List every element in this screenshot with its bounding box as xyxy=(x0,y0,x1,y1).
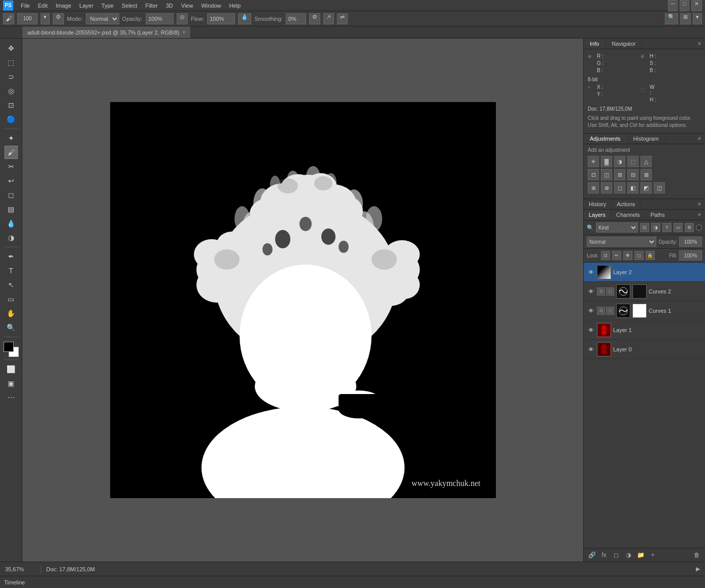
fill-input[interactable] xyxy=(679,250,702,260)
layer-item[interactable]: 👁 ⊡ ◻ Curves 2 xyxy=(584,282,705,301)
tab-histogram[interactable]: Histogram xyxy=(627,134,665,144)
tab-close-button[interactable]: × xyxy=(183,29,186,35)
clone-stamp-tool[interactable]: ✂ xyxy=(5,160,18,173)
opacity-input[interactable] xyxy=(679,237,702,247)
tab-layers[interactable]: Layers xyxy=(584,210,611,220)
flow-input[interactable] xyxy=(207,13,235,24)
angle-btn[interactable]: ↗ xyxy=(323,13,334,24)
gradient-map-btn[interactable]: ◩ xyxy=(641,182,652,193)
photo-filter-btn[interactable]: ⊟ xyxy=(627,169,639,180)
layer-new-btn[interactable]: + xyxy=(648,550,658,560)
type-tool[interactable]: T xyxy=(5,264,18,277)
status-arrow[interactable]: ▶ xyxy=(696,566,700,572)
tab-info[interactable]: Info xyxy=(584,39,606,49)
pen-tool[interactable]: ✒ xyxy=(5,250,18,263)
layer-visibility-eye[interactable]: 👁 xyxy=(587,345,595,353)
layers-panel-menu[interactable]: ≡ xyxy=(694,210,705,220)
move-tool[interactable]: ✥ xyxy=(5,42,18,55)
crop-tool[interactable]: ⊡ xyxy=(5,99,18,112)
extras-tool-btn[interactable]: ⋯ xyxy=(5,391,18,404)
history-brush-tool[interactable]: ↩ xyxy=(5,174,18,187)
layer-visibility-eye[interactable]: 👁 xyxy=(587,287,595,296)
menu-window[interactable]: Window xyxy=(197,2,224,10)
threshold-btn[interactable]: ◧ xyxy=(627,182,639,193)
spot-healing-tool[interactable]: ✦ xyxy=(5,132,18,145)
extras-btn[interactable]: ▾ xyxy=(693,13,702,24)
opacity-input[interactable] xyxy=(146,13,174,24)
screen-mode-btn[interactable]: ▣ xyxy=(5,377,18,390)
filter-type-btn[interactable]: T xyxy=(662,223,672,232)
quick-selection-tool[interactable]: ◎ xyxy=(5,84,18,97)
lock-paint-btn[interactable]: ✏ xyxy=(612,251,621,260)
layer-visibility-eye[interactable]: 👁 xyxy=(587,307,595,315)
lock-artboard-btn[interactable]: ◻ xyxy=(634,251,644,260)
color-balance-btn[interactable]: ◫ xyxy=(601,169,612,180)
lock-all-btn[interactable]: 🔒 xyxy=(646,251,655,260)
maximize-button[interactable]: □ xyxy=(680,0,689,11)
tab-paths[interactable]: Paths xyxy=(646,210,670,220)
channel-mixer-btn[interactable]: ⊠ xyxy=(641,169,652,180)
filter-smart-btn[interactable]: ⚙ xyxy=(685,223,694,232)
tab-navigator[interactable]: Navigator xyxy=(606,39,642,49)
menu-help[interactable]: Help xyxy=(226,2,245,10)
layer-group-btn[interactable]: 📁 xyxy=(635,550,646,560)
selective-color-btn[interactable]: ◫ xyxy=(654,182,665,193)
blur-tool[interactable]: 💧 xyxy=(5,217,18,230)
filter-shape-btn[interactable]: ▭ xyxy=(674,223,683,232)
tab-channels[interactable]: Channels xyxy=(611,210,645,220)
color-swatches[interactable] xyxy=(4,342,19,357)
menu-file[interactable]: File xyxy=(17,2,33,10)
gradient-tool[interactable]: ▤ xyxy=(5,203,18,216)
lock-transparent-btn[interactable]: ⊡ xyxy=(601,251,610,260)
rectangular-marquee-tool[interactable]: ⬚ xyxy=(5,56,18,69)
opacity-pressure-btn[interactable]: ◎ xyxy=(177,13,188,24)
canvas[interactable]: www.yakymchuk.net xyxy=(110,102,496,498)
hue-saturation-btn[interactable]: ⊡ xyxy=(588,169,599,180)
menu-view[interactable]: View xyxy=(178,2,197,10)
levels-btn[interactable]: ▓ xyxy=(601,156,612,167)
zoom-tool[interactable]: 🔍 xyxy=(5,321,18,334)
menu-select[interactable]: Select xyxy=(118,2,141,10)
brush-preset-btn[interactable]: ▾ xyxy=(41,13,50,24)
eyedropper-tool[interactable]: 🔵 xyxy=(5,113,18,126)
layer-link-btn[interactable]: 🔗 xyxy=(587,550,597,560)
layer-fx-btn[interactable]: fx xyxy=(599,550,609,560)
symmetry-btn[interactable]: ⇌ xyxy=(337,13,348,24)
layer-mask-add-btn[interactable]: ◻ xyxy=(611,550,621,560)
vibrance-btn[interactable]: △ xyxy=(641,156,652,167)
menu-3d[interactable]: 3D xyxy=(162,2,177,10)
menu-image[interactable]: Image xyxy=(52,2,75,10)
layer-visibility-eye[interactable]: 👁 xyxy=(587,268,595,276)
black-white-btn[interactable]: ⊞ xyxy=(614,169,625,180)
eraser-tool[interactable]: ◻ xyxy=(5,188,18,202)
brush-tool active[interactable]: 🖌 xyxy=(5,146,18,159)
brush-tool-icon[interactable]: 🖌 xyxy=(3,13,14,24)
info-panel-menu[interactable]: ≡ xyxy=(694,39,705,49)
smoothing-settings-btn[interactable]: ⚙ xyxy=(309,13,320,24)
brightness-contrast-btn[interactable]: ☀ xyxy=(588,156,599,167)
layer-item[interactable]: 👁 Layer 1 xyxy=(584,320,705,340)
posterize-btn[interactable]: ◻ xyxy=(614,182,625,193)
invert-btn[interactable]: ⊗ xyxy=(601,182,612,193)
workspace-btn[interactable]: ⊞ xyxy=(680,13,691,24)
brush-settings-btn[interactable]: ⚙ xyxy=(53,13,64,24)
adj-panel-menu[interactable]: ≡ xyxy=(694,134,705,144)
menu-type[interactable]: Type xyxy=(98,2,117,10)
quick-mask-tool[interactable]: ⬜ xyxy=(5,363,18,376)
filter-adj-btn[interactable]: ◑ xyxy=(651,223,660,232)
tab-adjustments[interactable]: Adjustments xyxy=(584,134,627,144)
path-selection-tool[interactable]: ↖ xyxy=(5,278,18,291)
layers-kind-select[interactable]: Kind xyxy=(596,222,638,233)
filter-pixel-btn[interactable]: ⊡ xyxy=(640,223,649,232)
layer-item[interactable]: 👁 ⊡ ◻ Curves 1 xyxy=(584,301,705,320)
color-lookup-btn[interactable]: ⊕ xyxy=(588,182,599,193)
hand-tool[interactable]: ✋ xyxy=(5,307,18,320)
rectangle-shape-tool[interactable]: ▭ xyxy=(5,292,18,306)
minimize-button[interactable]: ─ xyxy=(668,0,678,11)
tab-history[interactable]: History xyxy=(584,199,612,209)
airbrush-btn[interactable]: 💧 xyxy=(238,13,251,24)
smoothing-input[interactable] xyxy=(286,13,306,24)
lock-position-btn[interactable]: ✥ xyxy=(623,251,632,260)
exposure-btn[interactable]: ⬚ xyxy=(627,156,639,167)
close-button[interactable]: ✕ xyxy=(691,0,702,11)
